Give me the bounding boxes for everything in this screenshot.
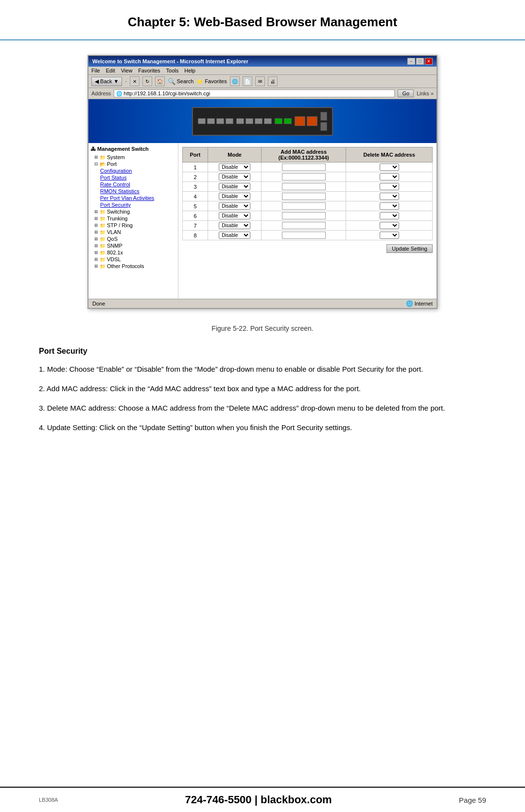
- del-mac-select-4[interactable]: [380, 193, 399, 200]
- sidebar-item-trunking[interactable]: ⊞ 📁 Trunking: [90, 215, 176, 222]
- port-mode-4[interactable]: DisableEnable: [208, 192, 262, 201]
- port-num-1: 1: [183, 162, 208, 172]
- toolbar-search-btn[interactable]: 🔍 Search: [168, 78, 194, 85]
- add-mac-input-3[interactable]: [282, 183, 326, 190]
- search-label[interactable]: Search: [177, 78, 194, 84]
- add-mac-2[interactable]: [262, 172, 346, 182]
- refresh-button[interactable]: ↻: [142, 76, 152, 86]
- sidebar-item-switching[interactable]: ⊞ 📁 Switching: [90, 208, 176, 215]
- del-mac-select-7[interactable]: [380, 222, 399, 229]
- add-mac-3[interactable]: [262, 182, 346, 192]
- mode-select-4[interactable]: DisableEnable: [219, 193, 250, 200]
- del-mac-4[interactable]: [346, 192, 433, 201]
- port-mode-1[interactable]: DisableEnable: [208, 162, 262, 172]
- sidebar-item-pervlan[interactable]: Per Port Vlan Activities: [90, 195, 176, 201]
- port-mode-5[interactable]: DisableEnable: [208, 201, 262, 211]
- mail-button[interactable]: ✉: [255, 76, 265, 86]
- menu-help[interactable]: Help: [184, 68, 195, 73]
- add-mac-1[interactable]: [262, 162, 346, 172]
- mode-select-6[interactable]: DisableEnable: [219, 212, 250, 219]
- add-mac-4[interactable]: [262, 192, 346, 201]
- sidebar-link-configuration[interactable]: Configuration: [100, 168, 132, 174]
- sidebar-item-stpring[interactable]: ⊞ 📁 STP / Ring: [90, 222, 176, 229]
- port-mode-8[interactable]: DisableEnable: [208, 231, 262, 240]
- close-button[interactable]: ✕: [425, 58, 433, 65]
- port-mode-6[interactable]: DisableEnable: [208, 211, 262, 221]
- minimize-button[interactable]: −: [407, 58, 415, 65]
- maximize-button[interactable]: □: [416, 58, 424, 65]
- menu-file[interactable]: File: [91, 68, 100, 73]
- browser-menubar: File Edit View Favorites Tools Help: [88, 67, 437, 75]
- add-mac-input-1[interactable]: [282, 163, 326, 171]
- body-list: 1. Mode: Choose “Enable” or “Disable” fr…: [39, 363, 486, 433]
- sidebar-item-port[interactable]: ⊟ 📂 Port: [90, 161, 176, 167]
- add-mac-input-4[interactable]: [282, 193, 326, 200]
- del-mac-select-5[interactable]: [380, 202, 399, 210]
- del-mac-6[interactable]: [346, 211, 433, 221]
- sidebar-item-portstatus[interactable]: Port Status: [90, 174, 176, 181]
- sidebar-link-rmon[interactable]: RMON Statistics: [100, 188, 140, 194]
- menu-favorites[interactable]: Favorites: [138, 68, 160, 73]
- add-mac-input-5[interactable]: [282, 202, 326, 210]
- del-mac-select-2[interactable]: [380, 173, 399, 180]
- del-mac-8[interactable]: [346, 231, 433, 240]
- sidebar-item-rmon[interactable]: RMON Statistics: [90, 188, 176, 195]
- sidebar-link-ratecontrol[interactable]: Rate Control: [100, 181, 130, 187]
- sidebar-link-pervlan[interactable]: Per Port Vlan Activities: [100, 195, 154, 201]
- port-mode-2[interactable]: DisableEnable: [208, 172, 262, 182]
- sidebar-item-vlan[interactable]: ⊞ 📁 VLAN: [90, 229, 176, 235]
- mode-select-7[interactable]: DisableEnable: [219, 222, 250, 229]
- add-mac-input-6[interactable]: [282, 212, 326, 219]
- menu-tools[interactable]: Tools: [166, 68, 179, 73]
- sidebar-item-other[interactable]: ⊞ 📁 Other Protocols: [90, 263, 176, 270]
- back-button[interactable]: ◀ Back ▼: [91, 77, 122, 86]
- del-mac-select-1[interactable]: [380, 163, 399, 171]
- del-mac-5[interactable]: [346, 201, 433, 211]
- del-mac-7[interactable]: [346, 221, 433, 231]
- add-mac-input-7[interactable]: [282, 222, 326, 229]
- del-mac-select-8[interactable]: [380, 232, 399, 239]
- add-mac-input-2[interactable]: [282, 173, 326, 180]
- media-button[interactable]: 🌐: [230, 76, 240, 86]
- mode-select-5[interactable]: DisableEnable: [219, 202, 250, 210]
- port-mode-7[interactable]: DisableEnable: [208, 221, 262, 231]
- add-mac-6[interactable]: [262, 211, 346, 221]
- history-button[interactable]: 📄: [243, 76, 252, 86]
- del-mac-2[interactable]: [346, 172, 433, 182]
- port-mode-3[interactable]: DisableEnable: [208, 182, 262, 192]
- add-mac-5[interactable]: [262, 201, 346, 211]
- del-mac-select-3[interactable]: [380, 183, 399, 190]
- del-mac-3[interactable]: [346, 182, 433, 192]
- sidebar-item-configuration[interactable]: Configuration: [90, 167, 176, 174]
- favorites-btn[interactable]: ⭐ Favorites: [196, 78, 227, 85]
- add-mac-input-8[interactable]: [282, 232, 326, 239]
- del-mac-select-6[interactable]: [380, 212, 399, 219]
- sidebar-item-qos[interactable]: ⊞ 📁 QoS: [90, 235, 176, 242]
- mode-select-2[interactable]: DisableEnable: [219, 173, 250, 180]
- address-input[interactable]: 🌐 http://192.168.1.10/cgi-bin/switch.cgi: [114, 90, 395, 97]
- menu-view[interactable]: View: [121, 68, 133, 73]
- status-internet: 🌐 Internet: [406, 300, 433, 307]
- print-button[interactable]: 🖨: [268, 76, 278, 86]
- links-button[interactable]: Links »: [417, 90, 434, 96]
- mode-select-8[interactable]: DisableEnable: [219, 232, 250, 239]
- update-setting-button[interactable]: Update Setting: [386, 244, 433, 253]
- sidebar-link-portsecurity[interactable]: Port Security: [100, 202, 131, 208]
- sidebar-item-snmp[interactable]: ⊞ 📁 SNMP: [90, 242, 176, 249]
- sidebar-item-system[interactable]: ⊞ 📁 System: [90, 154, 176, 161]
- add-mac-8[interactable]: [262, 231, 346, 240]
- go-button[interactable]: Go: [398, 90, 414, 97]
- sidebar-item-8021x[interactable]: ⊞ 📁 802.1x: [90, 249, 176, 256]
- favorites-label[interactable]: Favorites: [205, 78, 227, 84]
- sidebar-item-ratecontrol[interactable]: Rate Control: [90, 181, 176, 188]
- sidebar-item-vdsl[interactable]: ⊞ 📁 VDSL: [90, 256, 176, 263]
- home-button[interactable]: 🏠: [155, 76, 165, 86]
- stop-button[interactable]: ✕: [130, 76, 140, 86]
- add-mac-7[interactable]: [262, 221, 346, 231]
- mode-select-3[interactable]: DisableEnable: [219, 183, 250, 190]
- sidebar-item-portsecurity[interactable]: Port Security: [90, 201, 176, 208]
- mode-select-1[interactable]: DisableEnable: [219, 163, 250, 171]
- menu-edit[interactable]: Edit: [106, 68, 115, 73]
- del-mac-1[interactable]: [346, 162, 433, 172]
- sidebar-link-portstatus[interactable]: Port Status: [100, 175, 126, 180]
